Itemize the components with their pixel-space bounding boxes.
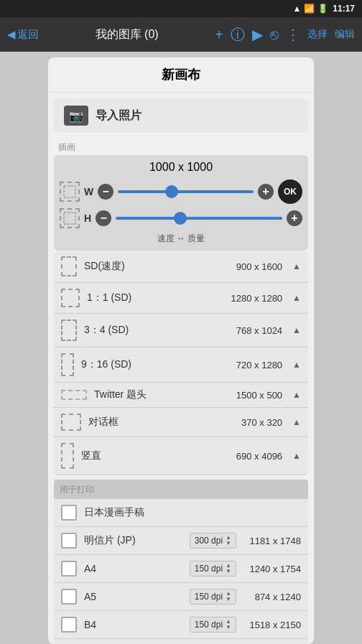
b4-dpi-arrows: ▲ ▼ bbox=[226, 619, 231, 630]
list-item[interactable]: B4 150 dpi ▲ ▼ 1518 x 2150 bbox=[54, 611, 308, 639]
b4-dpi-selector[interactable]: 150 dpi ▲ ▼ bbox=[190, 617, 236, 633]
list-item[interactable]: A4 150 dpi ▲ ▼ 1240 x 1754 bbox=[54, 555, 308, 583]
width-slider-thumb[interactable] bbox=[165, 185, 178, 198]
list-item[interactable]: A5 150 dpi ▲ ▼ 874 x 1240 bbox=[54, 583, 308, 611]
canvas-x-separator: x bbox=[178, 161, 184, 173]
height-slider-thumb[interactable] bbox=[174, 212, 187, 225]
width-label: W bbox=[84, 186, 93, 197]
share-icon[interactable]: ⎋ bbox=[270, 27, 279, 43]
back-button[interactable]: ◀ 返回 bbox=[7, 28, 39, 42]
signal-icon: 📶 bbox=[304, 4, 315, 14]
dimension-h-icon bbox=[60, 208, 80, 228]
list-item[interactable]: 9：16 (SD) 720 x 1280 ▲ bbox=[54, 347, 308, 383]
svg-rect-0 bbox=[64, 186, 75, 197]
list-item[interactable]: 对话框 370 x 320 ▲ bbox=[54, 408, 308, 437]
height-plus-button[interactable]: + bbox=[287, 210, 302, 226]
preset-icon-9x16 bbox=[61, 353, 74, 376]
preset-expand-dialog-icon: ▲ bbox=[292, 417, 301, 427]
print-size-a5: 874 x 1240 bbox=[243, 592, 301, 602]
preset-size-twitter: 1500 x 500 bbox=[236, 390, 282, 401]
print-checkbox-postcard[interactable] bbox=[61, 533, 77, 549]
info-icon[interactable]: ⓘ bbox=[231, 25, 245, 45]
more-icon[interactable]: ⋮ bbox=[286, 26, 300, 43]
preset-expand-twitter-icon: ▲ bbox=[292, 390, 301, 400]
preset-size-vertical: 690 x 4096 bbox=[236, 451, 282, 462]
print-checkbox-a5[interactable] bbox=[61, 589, 77, 605]
b4-dpi-value: 150 dpi bbox=[195, 620, 223, 630]
preset-icon-1x1 bbox=[61, 289, 80, 307]
list-item[interactable]: 日本漫画手稿 bbox=[54, 499, 308, 527]
list-item[interactable]: B5 150 dpi ▲ ▼ 1075 x 1518 bbox=[54, 639, 308, 644]
list-item[interactable]: 1：1 (SD) 1280 x 1280 ▲ bbox=[54, 283, 308, 314]
select-button[interactable]: 选择 bbox=[307, 28, 328, 41]
canvas-height-value: 1000 bbox=[187, 161, 213, 173]
canvas-width-value: 1000 bbox=[149, 161, 175, 173]
height-label: H bbox=[84, 213, 91, 224]
play-icon[interactable]: ▶ bbox=[252, 26, 263, 43]
add-icon[interactable]: + bbox=[215, 27, 223, 43]
dialog-title: 新画布 bbox=[48, 57, 314, 93]
preset-icon-vertical bbox=[61, 443, 74, 469]
import-label: 导入照片 bbox=[96, 108, 141, 123]
print-checkbox-a4[interactable] bbox=[61, 561, 77, 577]
back-chevron-icon: ◀ bbox=[7, 28, 16, 41]
print-size-postcard: 1181 x 1748 bbox=[243, 536, 301, 546]
preset-icon-dialog bbox=[61, 414, 81, 431]
camera-icon: 📷 bbox=[64, 106, 88, 126]
height-minus-button[interactable]: − bbox=[96, 210, 111, 226]
preset-size-dialog: 370 x 320 bbox=[241, 417, 282, 428]
width-plus-button[interactable]: + bbox=[258, 184, 274, 200]
import-section[interactable]: 📷 导入照片 bbox=[54, 98, 308, 133]
battery-icon: 🔋 bbox=[317, 4, 328, 14]
print-checkbox-b4[interactable] bbox=[61, 617, 77, 633]
dialog: 新画布 📷 导入照片 插画 1000 x 1000 W − bbox=[48, 57, 314, 644]
preset-name-twitter: Twitter 题头 bbox=[94, 388, 229, 401]
list-item[interactable]: SD(速度) 900 x 1600 ▲ bbox=[54, 251, 308, 283]
a5-dpi-value: 150 dpi bbox=[195, 592, 223, 602]
status-time: 11:17 bbox=[333, 4, 355, 14]
print-name-a4: A4 bbox=[84, 563, 182, 574]
status-bar: ▲ 📶 🔋 11:17 bbox=[0, 0, 362, 17]
print-checkbox-manga[interactable] bbox=[61, 505, 77, 521]
a4-dpi-arrows: ▲ ▼ bbox=[226, 563, 231, 574]
postcard-dpi-arrows: ▲ ▼ bbox=[226, 535, 231, 546]
preset-expand-sd-icon: ▲ bbox=[292, 261, 301, 271]
a4-dpi-selector[interactable]: 150 dpi ▲ ▼ bbox=[190, 561, 236, 577]
print-items: 日本漫画手稿 明信片 (JP) 300 dpi ▲ ▼ 1181 x 1748 … bbox=[54, 499, 308, 644]
edit-button[interactable]: 编辑 bbox=[335, 28, 355, 41]
print-name-b4: B4 bbox=[84, 619, 182, 630]
list-item[interactable]: 明信片 (JP) 300 dpi ▲ ▼ 1181 x 1748 bbox=[54, 527, 308, 555]
canvas-size-area: 1000 x 1000 W − + OK H bbox=[54, 155, 308, 251]
preset-expand-9x16-icon: ▲ bbox=[292, 360, 301, 370]
list-item[interactable]: 竖直 690 x 4096 ▲ bbox=[54, 437, 308, 475]
postcard-dpi-selector[interactable]: 300 dpi ▲ ▼ bbox=[190, 533, 236, 549]
svg-rect-1 bbox=[64, 213, 75, 224]
top-nav: ◀ 返回 我的图库 (0) + ⓘ ▶ ⎋ ⋮ 选择 编辑 bbox=[0, 17, 362, 52]
preset-size-1x1: 1280 x 1280 bbox=[231, 293, 283, 304]
preset-expand-1x1-icon: ▲ bbox=[292, 293, 301, 303]
preset-expand-vertical-icon: ▲ bbox=[292, 451, 301, 461]
print-name-postcard: 明信片 (JP) bbox=[84, 534, 182, 547]
height-slider[interactable] bbox=[116, 217, 282, 220]
width-minus-button[interactable]: − bbox=[98, 184, 113, 200]
preset-list: SD(速度) 900 x 1600 ▲ 1：1 (SD) 1280 x 1280… bbox=[54, 251, 308, 475]
dimension-w-icon bbox=[60, 182, 80, 202]
dpi-arrow-down-icon: ▼ bbox=[226, 541, 231, 546]
width-slider[interactable] bbox=[118, 190, 254, 193]
list-item[interactable]: Twitter 题头 1500 x 500 ▲ bbox=[54, 383, 308, 408]
preset-name-9x16: 9：16 (SD) bbox=[81, 358, 229, 371]
list-item[interactable]: 3：4 (SD) 768 x 1024 ▲ bbox=[54, 314, 308, 347]
canvas-size-display: 1000 x 1000 bbox=[60, 161, 302, 174]
a5-dpi-selector[interactable]: 150 dpi ▲ ▼ bbox=[190, 589, 236, 605]
wifi-icon: ▲ bbox=[292, 4, 301, 14]
back-label: 返回 bbox=[17, 28, 39, 42]
preset-expand-3x4-icon: ▲ bbox=[292, 325, 301, 335]
preset-name-1x1: 1：1 (SD) bbox=[87, 291, 224, 304]
print-section-label: 用于打印 bbox=[60, 485, 94, 495]
canvas-ok-button[interactable]: OK bbox=[278, 179, 302, 204]
print-name-manga: 日本漫画手稿 bbox=[84, 506, 301, 519]
preset-name-vertical: 竖直 bbox=[81, 449, 229, 462]
preset-name-dialog: 对话框 bbox=[88, 416, 234, 429]
a5-dpi-arrows: ▲ ▼ bbox=[226, 591, 231, 602]
height-slider-row: H − + bbox=[60, 208, 302, 228]
